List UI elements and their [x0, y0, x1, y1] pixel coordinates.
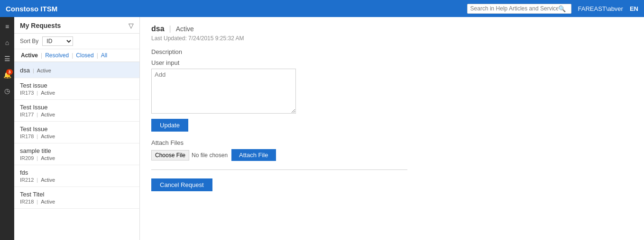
item-meta: IR218 | Active — [20, 199, 134, 204]
item-title: Test Titel — [20, 191, 134, 198]
item-id: IR218 — [20, 199, 34, 204]
list-item[interactable]: Test issue IR173 | Active — [14, 78, 139, 100]
sidebar-item-hamburger[interactable]: ≡ — [0, 20, 14, 33]
update-button[interactable]: Update — [151, 119, 188, 132]
cancel-request-button[interactable]: Cancel Request — [151, 178, 212, 191]
sidebar-item-home[interactable]: ⌂ — [0, 36, 14, 49]
list-item[interactable]: Test Issue IR177 | Active — [14, 100, 139, 122]
left-panel-header: My Requests ▽ — [14, 17, 139, 34]
tab-resolved[interactable]: Resolved — [44, 52, 70, 59]
hamburger-icon: ≡ — [5, 23, 9, 30]
item-id: IR212 — [20, 177, 34, 183]
choose-file-button[interactable]: Choose File — [151, 150, 189, 160]
item-status: Active — [41, 90, 55, 96]
sort-select[interactable]: ID Date Status — [42, 36, 73, 46]
attach-files-label: Attach Files — [151, 139, 633, 146]
item-meta: IR173 | Active — [20, 90, 134, 96]
filter-icon[interactable]: ▽ — [129, 22, 134, 29]
filter-tabs: Active | Resolved | Closed | All — [14, 49, 139, 62]
notification-badge: 3 — [6, 69, 13, 75]
list-item[interactable]: fds IR212 | Active — [14, 165, 139, 187]
attach-file-button[interactable]: Attach File — [231, 149, 276, 161]
main-content: dsa | Active Last Updated: 7/24/2015 9:2… — [140, 17, 644, 240]
brand-title: Constoso ITSM — [6, 5, 57, 13]
description-label: Description — [151, 48, 633, 55]
item-title: Test Issue — [20, 125, 134, 133]
home-icon: ⌂ — [5, 39, 9, 46]
attach-section: Attach Files Choose File No file chosen … — [151, 139, 633, 161]
detail-title: dsa — [151, 25, 165, 33]
list-item[interactable]: sample title IR209 | Active — [14, 143, 139, 165]
divider — [151, 169, 407, 170]
nav-right: 🔍 FAREAST\abver EN — [467, 4, 638, 14]
detail-updated: Last Updated: 7/24/2015 9:25:32 AM — [151, 35, 633, 42]
document-icon: ☰ — [4, 55, 10, 62]
item-id: IR178 — [20, 133, 34, 139]
item-id: IR209 — [20, 155, 34, 161]
item-title: Test Issue — [20, 104, 134, 111]
detail-header: dsa | Active — [151, 25, 633, 33]
user-name: FAREAST\abver — [578, 5, 623, 12]
request-list: dsa | Active Test issue IR173 | Active T… — [14, 62, 139, 240]
item-status: Active — [41, 177, 55, 183]
user-input-label: User input — [151, 59, 633, 66]
sort-label: Sort By — [20, 38, 38, 44]
item-meta: IR177 | Active — [20, 112, 134, 117]
sidebar-item-bell[interactable]: 🔔 3 — [0, 68, 14, 81]
sidebar-item-document[interactable]: ☰ — [0, 52, 14, 65]
item-status: Active — [41, 133, 55, 139]
item-meta: IR212 | Active — [20, 177, 134, 183]
user-input-textarea[interactable] — [151, 69, 296, 114]
list-item[interactable]: Test Titel IR218 | Active — [14, 187, 139, 209]
item-status: Active — [41, 155, 55, 161]
no-file-text: No file chosen — [192, 152, 228, 159]
item-title: Test issue — [20, 82, 134, 89]
list-item[interactable]: dsa | Active — [14, 62, 139, 78]
attach-row: Choose File No file chosen Attach File — [151, 149, 633, 161]
top-nav: Constoso ITSM 🔍 FAREAST\abver EN — [0, 0, 644, 17]
app-layout: ≡ ⌂ ☰ 🔔 3 ◷ My Requests ▽ Sort By ID Dat… — [0, 17, 644, 240]
sort-row: Sort By ID Date Status — [14, 34, 139, 49]
search-icon: 🔍 — [558, 5, 566, 12]
item-id: IR177 — [20, 112, 34, 117]
item-status: Active — [41, 112, 55, 117]
list-item[interactable]: Test Issue IR178 | Active — [14, 122, 139, 143]
clock-icon: ◷ — [4, 87, 10, 95]
icon-sidebar: ≡ ⌂ ☰ 🔔 3 ◷ — [0, 17, 14, 240]
item-status: Active — [41, 199, 55, 204]
tab-all[interactable]: All — [100, 52, 108, 59]
tab-active[interactable]: Active — [20, 52, 39, 59]
left-panel: My Requests ▽ Sort By ID Date Status Act… — [14, 17, 140, 240]
item-meta: IR209 | Active — [20, 155, 134, 161]
item-meta: IR178 | Active — [20, 133, 134, 139]
search-box[interactable]: 🔍 — [467, 4, 571, 14]
file-input-wrapper: Choose File No file chosen — [151, 150, 228, 160]
item-title: sample title — [20, 147, 134, 154]
item-title: dsa — [20, 67, 30, 74]
item-status: Active — [37, 68, 51, 73]
sidebar-item-clock[interactable]: ◷ — [0, 84, 14, 98]
search-input[interactable] — [470, 5, 558, 12]
left-panel-title: My Requests — [20, 22, 61, 29]
tab-closed[interactable]: Closed — [75, 52, 94, 59]
detail-status: Active — [176, 25, 194, 33]
item-meta: dsa | Active — [20, 67, 134, 74]
item-title: fds — [20, 169, 134, 176]
item-id: IR173 — [20, 90, 34, 96]
language-badge: EN — [630, 5, 638, 12]
